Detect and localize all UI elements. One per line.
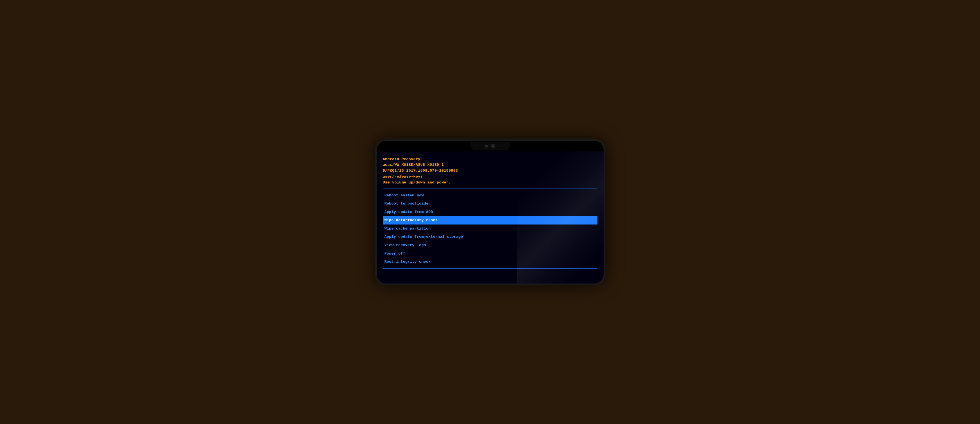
notch-bar [377,141,604,151]
top-divider [383,188,597,189]
recovery-menu: Reboot system nowReboot to bootloaderApp… [383,191,597,266]
menu-item-8[interactable]: Root integrity check [383,258,597,266]
header-line-3: user/release-keys [383,174,597,180]
header-line-1: asus/WW_X01BD/ASUS_X01BD_1 [383,162,597,168]
menu-item-5[interactable]: Apply update from external storage [383,233,597,241]
phone-device: Android Recoveryasus/WW_X01BD/ASUS_X01BD… [375,139,605,285]
front-camera-main [491,144,495,148]
menu-item-6[interactable]: View recovery logs [383,241,597,250]
header-line-4: Use volume up/down and power. [383,180,597,186]
recovery-screen: Android Recoveryasus/WW_X01BD/ASUS_X01BD… [377,151,604,284]
menu-item-2[interactable]: Apply update from ADB [383,208,597,216]
recovery-header: Android Recoveryasus/WW_X01BD/ASUS_X01BD… [383,156,597,186]
header-line-0: Android Recovery [383,156,597,163]
notch-cutout [471,142,510,150]
menu-item-1[interactable]: Reboot to bootloader [383,199,597,208]
menu-item-7[interactable]: Power off [383,250,597,258]
header-line-2: 9/PKQ1/16.2017.1908.070-20190903 [383,168,597,174]
menu-item-4[interactable]: Wipe cache partition [383,225,597,233]
front-camera-small [485,145,488,148]
menu-item-0[interactable]: Reboot system now [383,191,597,200]
menu-item-3[interactable]: Wipe data/factory reset [383,216,597,225]
bottom-divider [383,268,597,269]
